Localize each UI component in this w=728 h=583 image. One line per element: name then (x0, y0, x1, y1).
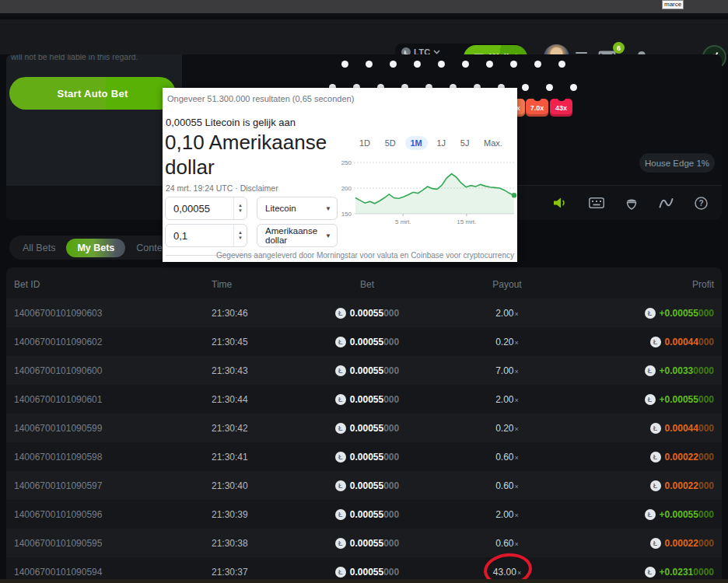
ltc-coin-icon: Ł (650, 480, 661, 491)
bet-amount: Ł0.00055000 (305, 509, 429, 520)
conversion-label: 0,00055 Litecoin is gelijk aan (166, 117, 296, 128)
bet-time: 21:30:45 (212, 337, 305, 347)
svg-text:?: ? (698, 199, 703, 208)
currency-from-select[interactable]: Litecoin▼ (257, 197, 338, 220)
range-tab-5d[interactable]: 5D (380, 136, 401, 150)
peg (510, 61, 517, 68)
peg (438, 61, 445, 68)
multiplier-chip: 43x (550, 99, 572, 117)
bet-profit: Ł+0.02310000 (585, 567, 722, 578)
spinner-control[interactable]: ▲▼ (233, 225, 247, 246)
start-auto-bet-button[interactable]: Start Auto Bet (9, 77, 176, 110)
header-time: Time (212, 279, 305, 290)
table-row: 14006700101090602 21:30:45 Ł0.00055000 0… (6, 327, 722, 356)
peg (534, 61, 541, 68)
caret-down-icon: ▼ (325, 205, 331, 212)
hotkeys-keyboard-icon[interactable] (589, 197, 604, 208)
range-tab-1j[interactable]: 1J (431, 136, 451, 150)
bet-time: 21:30:39 (212, 509, 305, 520)
bet-amount: Ł0.00055000 (305, 567, 429, 578)
table-row: 14006700101090597 21:30:40 Ł0.00055000 0… (6, 471, 722, 500)
help-icon[interactable]: ? (695, 197, 708, 210)
tab-all-bets[interactable]: All Bets (12, 239, 66, 257)
spinner-control[interactable]: ▲▼ (233, 197, 247, 219)
conversion-result: 0,10 Amerikaanse dollar (165, 130, 352, 180)
results-count: Ongeveer 51.300.000 resultaten (0,65 sec… (167, 94, 354, 103)
peg (341, 61, 348, 68)
bet-amount: Ł0.00055000 (305, 423, 429, 434)
amount-to-input[interactable]: 0,1 ▲▼ (165, 224, 247, 247)
house-edge-badge: House Edge 1% (639, 153, 715, 173)
bet-amount: Ł0.00055000 (305, 452, 429, 463)
bet-payout: 0.20× (429, 337, 585, 347)
bet-id[interactable]: 14006700101090594 (6, 567, 212, 578)
bottom-edge-strip (0, 579, 728, 583)
window-title-bar (0, 0, 728, 16)
bet-time: 21:30:41 (212, 452, 305, 463)
bet-payout: 0.60× (429, 452, 585, 463)
header-payout: Payout (429, 279, 585, 290)
header-profit: Profit (585, 279, 722, 290)
bet-profit: Ł+0.00330000 (585, 365, 722, 376)
bet-payout: 0.20× (429, 423, 585, 434)
bet-id[interactable]: 14006700101090596 (6, 509, 212, 520)
range-tab-1m[interactable]: 1M (405, 136, 428, 150)
ltc-coin-icon: Ł (645, 567, 656, 578)
ltc-coin-icon: Ł (335, 423, 346, 434)
svg-text:150: 150 (341, 211, 352, 218)
bet-payout: 0.60× (429, 480, 585, 491)
ltc-coin-icon: Ł (335, 337, 346, 347)
disclaimer-link[interactable]: Disclaimer (240, 183, 278, 193)
bet-id[interactable]: 14006700101090602 (6, 337, 212, 347)
bet-time: 21:30:38 (212, 538, 305, 549)
bet-time: 21:30:44 (212, 394, 305, 405)
fairness-acorn-icon[interactable] (625, 197, 638, 210)
bet-id[interactable]: 14006700101090599 (6, 423, 212, 434)
bet-id[interactable]: 14006700101090603 (6, 308, 212, 319)
bet-profit: Ł+0.00055000 (585, 509, 722, 520)
bet-payout: 2.00× (429, 308, 585, 319)
bet-payout: 0.60× (429, 538, 585, 549)
ltc-coin-icon: Ł (335, 538, 346, 549)
warning-text: will not be held liable in this regard. (11, 54, 138, 61)
amount-from-input[interactable]: 0,00055 ▲▼ (165, 197, 247, 220)
table-row: 14006700101090600 21:30:43 Ł0.00055000 7… (6, 356, 722, 385)
ltc-coin-icon: Ł (650, 538, 661, 549)
bet-profit: Ł0.00022000 (585, 480, 722, 491)
header-bet: Bet (305, 279, 429, 290)
ltc-coin-icon: Ł (335, 567, 346, 578)
ltc-coin-icon: Ł (335, 365, 346, 376)
sound-icon[interactable] (553, 197, 568, 209)
live-stats-icon[interactable] (659, 197, 674, 208)
peg (390, 61, 397, 68)
peg (570, 84, 577, 91)
bet-id[interactable]: 14006700101090601 (6, 394, 212, 405)
bet-id[interactable]: 14006700101090600 (6, 365, 212, 376)
table-row: 14006700101090601 21:30:44 Ł0.00055000 2… (6, 385, 722, 414)
bet-payout: 7.00× (429, 365, 585, 376)
bet-amount: Ł0.00055000 (305, 394, 429, 405)
bet-id[interactable]: 14006700101090595 (6, 538, 212, 549)
svg-text:250: 250 (341, 159, 352, 166)
ltc-coin-icon: Ł (645, 509, 656, 520)
tab-my-bets[interactable]: My Bets (66, 239, 125, 257)
ltc-coin-icon: Ł (335, 394, 346, 405)
bet-id[interactable]: 14006700101090597 (6, 480, 212, 491)
bet-id[interactable]: 14006700101090598 (6, 452, 212, 463)
range-tab-max[interactable]: Max. (478, 136, 508, 150)
bet-payout: 2.00× (429, 509, 585, 520)
range-tab-5j[interactable]: 5J (455, 136, 475, 150)
range-tab-1d[interactable]: 1D (354, 136, 376, 150)
bet-time: 21:30:40 (212, 480, 305, 491)
ltc-coin-icon: Ł (650, 452, 661, 463)
table-row: 14006700101090595 21:30:38 Ł0.00055000 0… (6, 529, 722, 557)
conversion-timestamp: 24 mrt. 19:24 UTC · Disclaimer (166, 183, 278, 193)
ltc-coin-icon: Ł (335, 452, 346, 463)
currency-to-select[interactable]: Amerikaanse dollar▼ (257, 224, 338, 247)
bet-amount: Ł0.00055000 (305, 538, 429, 549)
ltc-coin-icon: Ł (645, 365, 656, 376)
table-header-row: Bet ID Time Bet Payout Profit (6, 267, 722, 298)
price-chart: 1502002505 mrt.15 mrt. (335, 158, 517, 239)
peg (366, 61, 373, 68)
bet-payout: 2.00× (429, 394, 585, 405)
